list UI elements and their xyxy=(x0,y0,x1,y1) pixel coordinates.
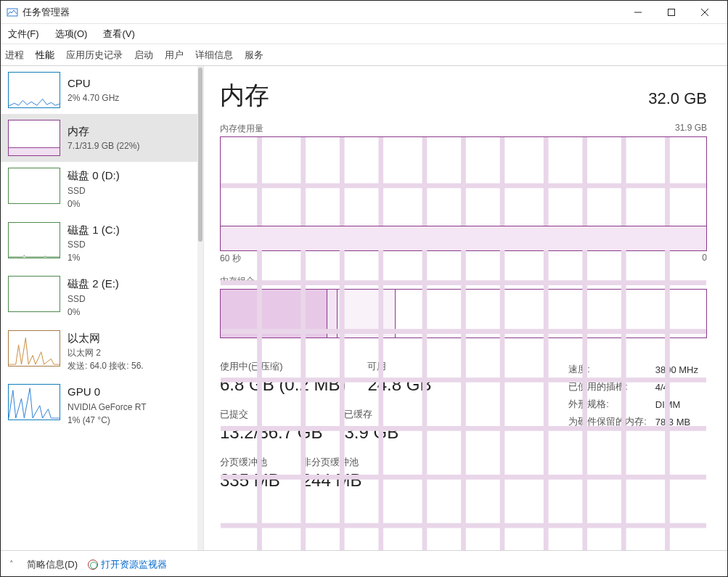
usage-chart-label: 内存使用量 xyxy=(220,123,263,135)
tab-app-history[interactable]: 应用历史记录 xyxy=(65,46,124,65)
open-resource-monitor-link[interactable]: 打开资源监视器 xyxy=(88,558,167,571)
content: CPU 2% 4.70 GHz 内存 7.1/31.9 GB (22%) 磁盘 … xyxy=(1,66,727,550)
usage-chart-max: 31.9 GB xyxy=(675,123,707,135)
ethernet-thumb xyxy=(8,330,60,367)
app-icon xyxy=(7,7,18,18)
sidebar-item-memory[interactable]: 内存 7.1/31.9 GB (22%) xyxy=(1,114,203,162)
gpu-thumb xyxy=(8,384,60,420)
tab-processes[interactable]: 进程 xyxy=(4,46,25,65)
sidebar-item-label: 磁盘 2 (E:) xyxy=(68,276,119,292)
sidebar-item-ethernet[interactable]: 以太网 以太网 2 发送: 64.0 接收: 56. xyxy=(1,324,203,379)
sidebar-item-label: CPU xyxy=(68,75,119,92)
minimize-button[interactable] xyxy=(621,1,655,23)
sidebar-item-label: 以太网 xyxy=(68,330,144,347)
footer: ˄ 简略信息(D) 打开资源监视器 xyxy=(1,550,727,577)
svg-rect-2 xyxy=(668,9,675,15)
close-button[interactable] xyxy=(688,1,721,23)
resource-monitor-icon xyxy=(88,560,98,570)
memory-thumb xyxy=(8,120,60,156)
sidebar-item-label: 磁盘 1 (C:) xyxy=(68,222,120,239)
memory-total: 32.0 GB xyxy=(648,89,707,108)
sidebar-item-disk-1[interactable]: 磁盘 1 (C:) SSD 1% xyxy=(1,216,203,271)
disk-thumb xyxy=(8,168,60,204)
svg-rect-5 xyxy=(9,147,60,155)
titlebar: 任务管理器 xyxy=(1,1,727,24)
tab-startup[interactable]: 启动 xyxy=(133,46,155,65)
tabbar: 进程 性能 应用历史记录 启动 用户 详细信息 服务 xyxy=(1,44,727,66)
page-title: 内存 xyxy=(220,79,269,112)
sidebar-item-disk-2[interactable]: 磁盘 2 (E:) SSD 0% xyxy=(1,270,203,324)
tab-services[interactable]: 服务 xyxy=(243,46,265,65)
menu-file[interactable]: 文件(F) xyxy=(5,26,42,42)
window-title: 任务管理器 xyxy=(23,6,621,19)
tab-performance[interactable]: 性能 xyxy=(34,46,56,65)
sidebar-item-gpu-0[interactable]: GPU 0 NVIDIA GeForce RT 1% (47 °C) xyxy=(1,378,203,433)
menubar: 文件(F) 选项(O) 查看(V) xyxy=(1,24,727,44)
sidebar-scrollbar-thumb[interactable] xyxy=(198,67,203,242)
maximize-button[interactable] xyxy=(655,1,688,23)
sidebar: CPU 2% 4.70 GHz 内存 7.1/31.9 GB (22%) 磁盘 … xyxy=(1,66,204,550)
tab-users[interactable]: 用户 xyxy=(163,46,185,65)
disk-thumb xyxy=(8,222,60,258)
sidebar-item-cpu[interactable]: CPU 2% 4.70 GHz xyxy=(1,66,203,114)
sidebar-item-label: GPU 0 xyxy=(68,384,146,401)
disk-thumb xyxy=(8,276,60,312)
chevron-up-icon: ˄ xyxy=(9,560,14,569)
cpu-thumb xyxy=(8,72,60,108)
menu-options[interactable]: 选项(O) xyxy=(52,26,91,42)
memory-usage-chart xyxy=(220,136,707,251)
menu-view[interactable]: 查看(V) xyxy=(100,26,137,42)
window-controls xyxy=(621,1,721,23)
sidebar-item-disk-0[interactable]: 磁盘 0 (D:) SSD 0% xyxy=(1,162,203,216)
sidebar-item-label: 内存 xyxy=(68,123,139,140)
main-panel: 内存 32.0 GB 内存使用量 31.9 GB 60 秒 0 内存组合 xyxy=(204,66,727,550)
sidebar-scrollbar[interactable] xyxy=(197,66,203,550)
tab-details[interactable]: 详细信息 xyxy=(194,46,234,65)
sidebar-item-label: 磁盘 0 (D:) xyxy=(68,168,120,184)
fewer-details-button[interactable]: 简略信息(D) xyxy=(27,558,78,571)
